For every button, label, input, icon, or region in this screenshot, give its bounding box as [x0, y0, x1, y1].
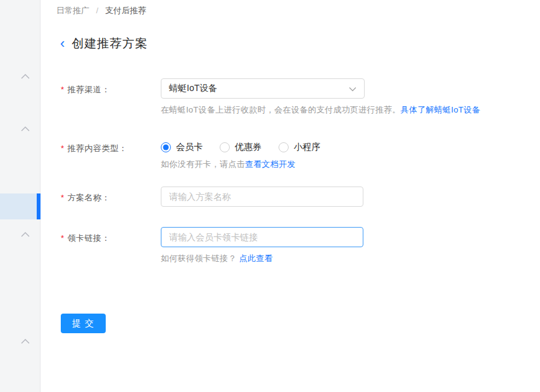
channel-select-value: 蜻蜓IoT设备: [169, 83, 217, 94]
field-label-content-type: *推荐内容类型：: [56, 137, 161, 154]
submit-button[interactable]: 提 交: [61, 314, 106, 333]
content-type-radio-group: 会员卡 优惠券 小程序: [161, 137, 365, 153]
breadcrumb-item-post-payment-recommendation: 支付后推荐: [105, 6, 146, 15]
field-label-card-link: *领卡链接：: [56, 227, 161, 244]
submit-row: 提 交: [61, 314, 540, 333]
field-label-channel: *推荐渠道：: [56, 78, 161, 95]
click-to-view-link[interactable]: 点此查看: [239, 254, 273, 263]
chevron-up-icon[interactable]: [20, 229, 30, 235]
create-plan-form: *推荐渠道： 蜻蜓IoT设备 在蜻蜓IoT设备上进行收款时，会在设备的支付成功页…: [56, 78, 540, 333]
chevron-up-icon[interactable]: [20, 336, 30, 342]
form-row-content-type: *推荐内容类型： 会员卡 优惠券 小程: [56, 137, 540, 170]
sidebar-active-item[interactable]: [0, 193, 41, 219]
card-link-helper-text: 如何获得领卡链接？ 点此查看: [161, 253, 365, 264]
radio-coupon[interactable]: 优惠券: [220, 142, 261, 153]
collapsed-sidebar: [0, 0, 41, 392]
breadcrumb-separator: /: [96, 6, 99, 15]
form-row-card-link: *领卡链接： 如何获得领卡链接？ 点此查看: [56, 227, 540, 264]
chevron-down-icon: [349, 83, 356, 94]
chevron-up-icon[interactable]: [20, 71, 30, 77]
breadcrumb-item-daily-promotion[interactable]: 日常推广: [56, 6, 89, 15]
required-asterisk: *: [61, 85, 65, 94]
chevron-up-icon[interactable]: [20, 123, 30, 130]
radio-unselected-icon: [220, 142, 230, 152]
radio-selected-icon: [161, 142, 171, 152]
back-icon[interactable]: ‹: [60, 37, 65, 50]
channel-helper-text: 在蜻蜓IoT设备上进行收款时，会在设备的支付成功页进行推荐。具体了解蜻蜓IoT设…: [161, 104, 365, 116]
required-asterisk: *: [61, 144, 65, 153]
page-title: 创建推荐方案: [72, 35, 148, 52]
form-row-channel: *推荐渠道： 蜻蜓IoT设备 在蜻蜓IoT设备上进行收款时，会在设备的支付成功页…: [56, 78, 540, 116]
card-link-input[interactable]: [161, 227, 363, 247]
required-asterisk: *: [61, 233, 65, 243]
radio-member-card[interactable]: 会员卡: [161, 142, 203, 153]
required-asterisk: *: [61, 193, 65, 202]
form-row-plan-name: *方案名称：: [56, 187, 540, 207]
content-type-helper-text: 如你没有开卡，请点击查看文档开发: [161, 159, 365, 170]
field-label-plan-name: *方案名称：: [56, 187, 161, 204]
main-content: 日常推广 / 支付后推荐 ‹ 创建推荐方案 *推荐渠道： 蜻蜓IoT设备: [41, 0, 540, 392]
title-row: ‹ 创建推荐方案: [60, 35, 540, 52]
app-window: 日常推广 / 支付后推荐 ‹ 创建推荐方案 *推荐渠道： 蜻蜓IoT设备: [0, 0, 540, 392]
radio-unselected-icon: [279, 142, 289, 152]
channel-select[interactable]: 蜻蜓IoT设备: [161, 78, 365, 99]
view-docs-link[interactable]: 查看文档开发: [245, 159, 296, 169]
plan-name-input[interactable]: [161, 187, 363, 207]
channel-learn-more-link[interactable]: 具体了解蜻蜓IoT设备: [401, 105, 480, 114]
breadcrumb: 日常推广 / 支付后推荐: [56, 0, 540, 16]
radio-mini-program[interactable]: 小程序: [279, 142, 320, 153]
